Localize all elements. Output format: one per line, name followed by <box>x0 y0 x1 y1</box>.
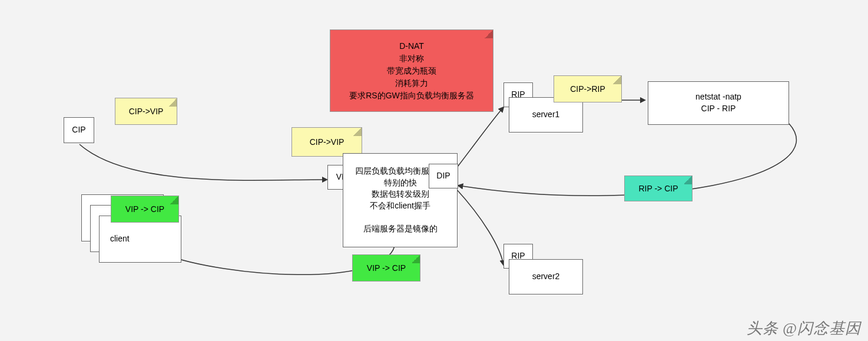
fold-corner-icon <box>485 30 493 38</box>
note-cip-rip-text: CIP->RIP <box>570 83 605 95</box>
fold-corner-icon <box>168 98 177 107</box>
note-cip-vip-mid: CIP->VIP <box>291 127 362 157</box>
dip-box: DIP <box>429 164 458 188</box>
note-cip-vip-left: CIP->VIP <box>115 98 177 125</box>
note-vip-cip-left: VIP -> CIP <box>111 196 179 223</box>
fold-corner-icon <box>613 76 621 84</box>
fold-corner-icon <box>412 255 420 263</box>
note-cip-rip: CIP->RIP <box>554 75 622 102</box>
note-cip-vip-left-text: CIP->VIP <box>129 105 164 118</box>
note-dnat: D-NAT 非对称 带宽成为瓶颈 消耗算力 要求RS的GW指向负载均衡服务器 <box>330 29 493 112</box>
cip-label: CIP <box>72 124 85 136</box>
note-dnat-text: D-NAT 非对称 带宽成为瓶颈 消耗算力 要求RS的GW指向负载均衡服务器 <box>349 40 474 102</box>
fold-corner-icon <box>170 196 178 204</box>
client-box: client <box>99 216 181 263</box>
note-rip-cip: RIP -> CIP <box>624 176 693 201</box>
server1-box: server1 <box>509 97 583 133</box>
netstat-box: netstat -natp CIP - RIP <box>648 81 789 125</box>
note-cip-vip-mid-text: CIP->VIP <box>310 136 344 148</box>
note-vip-cip-mid: VIP -> CIP <box>352 254 420 282</box>
note-vip-cip-left-text: VIP -> CIP <box>125 203 164 216</box>
watermark-text: 头条 @闪念基因 <box>747 320 861 337</box>
client-label: client <box>110 233 130 245</box>
server1-label: server1 <box>532 109 560 121</box>
server2-label: server2 <box>532 271 560 283</box>
fold-corner-icon <box>684 176 692 184</box>
watermark: 头条 @闪念基因 <box>747 318 861 339</box>
fold-corner-icon <box>353 128 362 136</box>
dip-label: DIP <box>436 170 450 182</box>
note-rip-cip-text: RIP -> CIP <box>638 183 678 195</box>
server2-box: server2 <box>509 259 583 294</box>
netstat-text: netstat -natp CIP - RIP <box>695 91 741 114</box>
note-vip-cip-mid-text: VIP -> CIP <box>367 262 406 274</box>
cip-box: CIP <box>64 117 94 143</box>
